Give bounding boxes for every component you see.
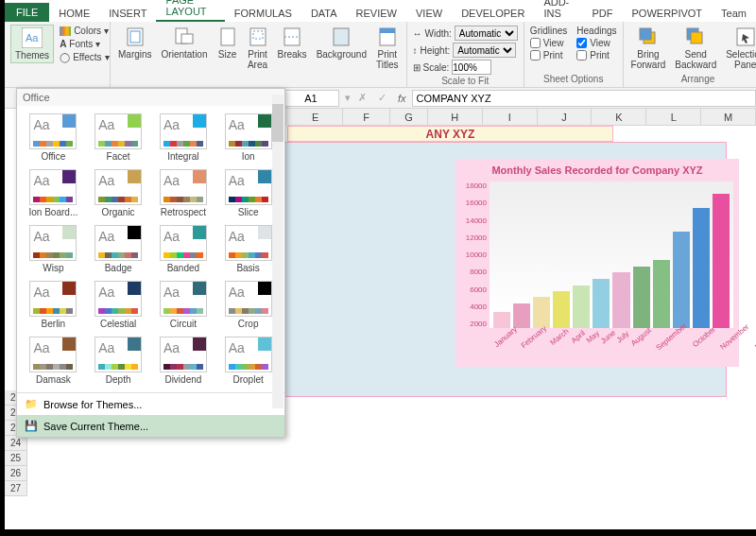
cancel-icon[interactable]: ✗ <box>352 92 372 104</box>
theme-item-circuit[interactable]: AaCircuit <box>153 279 215 331</box>
svg-rect-5 <box>181 34 193 43</box>
fonts-button[interactable]: AFonts ▾ <box>60 38 109 50</box>
tab-view[interactable]: VIEW <box>406 5 452 22</box>
theme-item-banded[interactable]: AaBanded <box>153 223 215 275</box>
col-header[interactable]: J <box>538 109 593 126</box>
tab-review[interactable]: REVIEW <box>347 5 406 22</box>
tab-insert[interactable]: INSERT <box>99 5 156 22</box>
selection-pane-icon <box>735 26 756 47</box>
theme-item-organic[interactable]: AaOrganic <box>88 167 149 219</box>
theme-item-office[interactable]: AaOffice <box>23 112 84 164</box>
themes-icon: Aa <box>22 27 43 48</box>
col-header[interactable]: G <box>390 109 428 126</box>
size-button[interactable]: Size <box>215 25 240 61</box>
theme-item-berlin[interactable]: AaBerlin <box>23 279 84 331</box>
bar-april[interactable] <box>553 291 570 328</box>
tab-home[interactable]: HOME <box>49 5 99 22</box>
gridlines-label: Gridlines <box>530 25 567 37</box>
col-header[interactable]: M <box>701 109 756 126</box>
bring-forward-button[interactable]: Bring Forward <box>629 25 668 72</box>
chart[interactable]: Monthly Sales Recorded for Company XYZ 1… <box>455 159 739 367</box>
theme-item-crop[interactable]: AaCrop <box>217 279 279 331</box>
bar-december[interactable] <box>713 194 730 328</box>
formula-input[interactable]: COMPANY XYZ <box>412 90 756 107</box>
selection-pane-button[interactable]: Selection Pane <box>724 25 756 72</box>
save-theme-item[interactable]: 💾Save Current Theme... <box>17 415 284 437</box>
gridlines-print-check[interactable] <box>530 50 541 61</box>
bar-july[interactable] <box>612 272 629 328</box>
browse-themes-item[interactable]: 📁Browse for Themes... <box>17 393 284 415</box>
theme-item-retrospect[interactable]: AaRetrospect <box>153 167 215 219</box>
tab-formulas[interactable]: FORMULAS <box>225 5 301 22</box>
theme-item-facet[interactable]: AaFacet <box>88 112 149 164</box>
theme-item-wisp[interactable]: AaWisp <box>23 223 84 275</box>
tab-data[interactable]: DATA <box>301 5 347 22</box>
col-header[interactable]: I <box>483 109 538 126</box>
headings-print-check[interactable] <box>576 50 587 61</box>
orientation-icon <box>174 26 195 47</box>
theme-item-dividend[interactable]: AaDividend <box>153 335 215 387</box>
theme-item-slice[interactable]: AaSlice <box>217 167 279 219</box>
bar-september[interactable] <box>653 260 670 328</box>
theme-item-integral[interactable]: AaIntegral <box>153 112 215 164</box>
tab-file[interactable]: FILE <box>5 3 49 22</box>
tab-powerpivot[interactable]: POWERPIVOT <box>623 5 713 22</box>
gallery-scrollbar[interactable] <box>272 95 284 408</box>
col-header[interactable]: K <box>592 109 646 126</box>
bar-june[interactable] <box>593 279 610 328</box>
title-cell[interactable]: ANY XYZ <box>287 126 613 142</box>
theme-item-droplet[interactable]: AaDroplet <box>217 335 279 387</box>
themes-button[interactable]: Aa Themes <box>10 25 54 63</box>
print-titles-button[interactable]: Print Titles <box>374 25 401 72</box>
tab-addins[interactable]: ADD-INS <box>534 0 582 22</box>
theme-item-celestial[interactable]: AaCelestial <box>88 279 149 331</box>
margins-button[interactable]: Margins <box>116 25 154 61</box>
fbar-dropdown-icon[interactable]: ▾ <box>343 92 352 104</box>
enter-icon[interactable]: ✓ <box>372 92 392 104</box>
send-backward-button[interactable]: Send Backward <box>673 25 718 72</box>
fx-button[interactable]: fx <box>392 93 412 104</box>
themes-gallery-header: Office <box>17 89 284 106</box>
theme-item-damask[interactable]: AaDamask <box>23 335 84 387</box>
bar-may[interactable] <box>573 285 590 328</box>
svg-rect-15 <box>640 28 651 40</box>
svg-rect-11 <box>334 28 349 45</box>
scale-input[interactable] <box>452 60 491 75</box>
svg-text:Aa: Aa <box>26 32 39 43</box>
orientation-button[interactable]: Orientation <box>160 25 210 61</box>
col-header[interactable]: H <box>428 109 483 126</box>
height-select[interactable]: Automatic <box>453 43 516 58</box>
col-header[interactable]: E <box>288 109 343 126</box>
colors-button[interactable]: Colors ▾ <box>60 25 109 37</box>
tab-developer[interactable]: DEVELOPER <box>452 5 534 22</box>
effects-button[interactable]: ◯ Effects ▾ <box>60 51 109 63</box>
bar-november[interactable] <box>693 208 710 328</box>
theme-item-depth[interactable]: AaDepth <box>88 335 149 387</box>
theme-item-ion[interactable]: AaIon <box>217 112 279 164</box>
row-header[interactable]: 25 <box>5 451 27 466</box>
headings-view-check[interactable] <box>576 38 587 48</box>
theme-item-ion-board-[interactable]: AaIon Board... <box>23 167 84 219</box>
bar-january[interactable] <box>493 312 510 328</box>
theme-item-badge[interactable]: AaBadge <box>88 223 149 275</box>
row-header[interactable]: 26 <box>5 466 27 481</box>
print-area-button[interactable]: Print Area <box>246 25 270 72</box>
bar-august[interactable] <box>633 267 650 328</box>
themes-gallery-dropdown: Office AaOfficeAaFacetAaIntegralAaIonAaI… <box>16 88 285 438</box>
gridlines-view-check[interactable] <box>530 38 541 48</box>
row-header[interactable]: 24 <box>5 436 27 451</box>
col-header[interactable]: F <box>343 109 390 126</box>
row-header[interactable]: 27 <box>5 481 27 496</box>
name-box[interactable]: A1 <box>283 90 339 107</box>
breaks-button[interactable]: Breaks <box>276 25 309 61</box>
tab-page-layout[interactable]: PAGE LAYOUT <box>156 0 224 22</box>
theme-item-basis[interactable]: AaBasis <box>217 223 279 275</box>
width-select[interactable]: Automatic <box>455 26 518 41</box>
bar-october[interactable] <box>673 232 690 328</box>
col-header[interactable]: L <box>646 109 701 126</box>
background-button[interactable]: Background <box>315 25 369 61</box>
tab-pdf[interactable]: PDF <box>583 5 623 22</box>
tab-team[interactable]: Team <box>712 5 756 22</box>
bar-february[interactable] <box>513 303 530 328</box>
scale-group-label: Scale to Fit <box>413 76 518 86</box>
